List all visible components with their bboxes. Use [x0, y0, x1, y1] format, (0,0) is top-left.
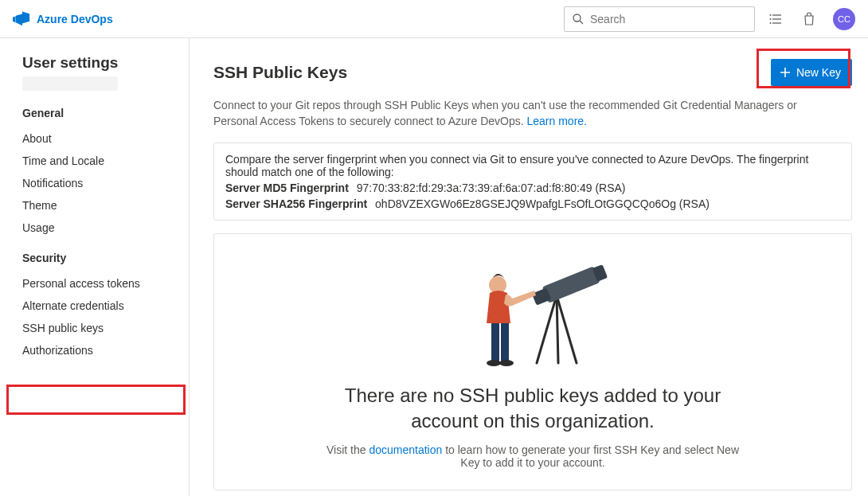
sidebar-item-alt-creds[interactable]: Alternate credentials: [22, 295, 189, 317]
page-description: Connect to your Git repos through SSH Pu…: [213, 97, 835, 130]
fingerprint-intro: Compare the server fingerprint when you …: [225, 153, 840, 178]
description-text: Connect to your Git repos through SSH Pu…: [213, 99, 797, 127]
svg-point-6: [770, 18, 772, 20]
svg-line-9: [557, 295, 577, 363]
sidebar-item-time-locale[interactable]: Time and Locale: [22, 150, 189, 172]
product-logo[interactable]: Azure DevOps: [13, 10, 113, 28]
empty-sub-pre: Visit the: [326, 443, 369, 456]
svg-line-8: [537, 295, 557, 363]
empty-state-title: There are no SSH public keys added to yo…: [310, 383, 756, 435]
fingerprint-card: Compare the server fingerprint when you …: [213, 143, 852, 221]
fingerprint-md5-value: 97:70:33:82:fd:29:3a:73:39:af:6a:07:ad:f…: [357, 182, 626, 194]
azure-devops-icon: [13, 10, 30, 28]
sidebar-section-security: Security: [22, 252, 189, 264]
user-avatar[interactable]: CC: [833, 8, 855, 30]
page-title: SSH Public Keys: [213, 63, 347, 82]
svg-line-1: [580, 21, 583, 24]
sidebar-section-general: General: [22, 107, 189, 119]
list-icon: [768, 12, 783, 26]
telescope-illustration: [453, 252, 612, 371]
search-box[interactable]: [564, 6, 755, 32]
plus-icon: [779, 66, 792, 79]
marketplace-button[interactable]: [796, 6, 822, 32]
list-view-button[interactable]: [763, 6, 788, 32]
fingerprint-sha-label: Server SHA256 Fingerprint: [225, 197, 367, 210]
svg-rect-16: [501, 323, 509, 361]
main-content: SSH Public Keys New Key Connect to your …: [190, 38, 868, 496]
sidebar-item-authorizations[interactable]: Authorizations: [22, 339, 189, 361]
sidebar-item-notifications[interactable]: Notifications: [22, 172, 189, 194]
svg-line-10: [557, 295, 558, 363]
product-name: Azure DevOps: [37, 13, 113, 25]
sidebar-item-theme[interactable]: Theme: [22, 194, 189, 217]
shopping-bag-icon: [802, 12, 816, 26]
fingerprint-sha-value: ohD8VZEXGWo6Ez8GSEJQ9WpafgLFsOfLOtGGQCQo…: [375, 197, 710, 210]
svg-point-0: [573, 14, 581, 21]
new-key-label: New Key: [796, 66, 841, 79]
global-header: Azure DevOps CC: [0, 0, 868, 38]
settings-sidebar: User settings General About Time and Loc…: [0, 38, 190, 496]
fingerprint-sha-row: Server SHA256 Fingerprint ohD8VZEXGWo6Ez…: [225, 197, 840, 210]
svg-rect-11: [542, 266, 600, 303]
search-input[interactable]: [590, 13, 748, 25]
learn-more-link[interactable]: Learn more.: [527, 115, 587, 127]
search-icon: [571, 12, 585, 26]
fingerprint-md5-row: Server MD5 Fingerprint 97:70:33:82:fd:29…: [225, 182, 840, 194]
sidebar-item-pat[interactable]: Personal access tokens: [22, 272, 189, 295]
sidebar-title: User settings: [22, 54, 189, 72]
sidebar-item-ssh-keys[interactable]: SSH public keys: [22, 317, 189, 339]
svg-point-18: [499, 360, 514, 366]
svg-point-7: [770, 22, 772, 24]
sidebar-item-usage[interactable]: Usage: [22, 217, 189, 239]
empty-sub-post: to learn how to generate your first SSH …: [442, 443, 739, 469]
sidebar-item-about[interactable]: About: [22, 127, 189, 150]
empty-state-subtitle: Visit the documentation to learn how to …: [326, 443, 740, 469]
fingerprint-md5-label: Server MD5 Fingerprint: [225, 182, 349, 194]
documentation-link[interactable]: documentation: [369, 443, 442, 456]
svg-rect-15: [491, 323, 499, 361]
svg-point-17: [487, 360, 501, 366]
username-placeholder: [22, 76, 118, 91]
new-key-button[interactable]: New Key: [771, 59, 852, 86]
svg-point-5: [770, 14, 772, 16]
empty-state-card: There are no SSH public keys added to yo…: [213, 233, 852, 491]
